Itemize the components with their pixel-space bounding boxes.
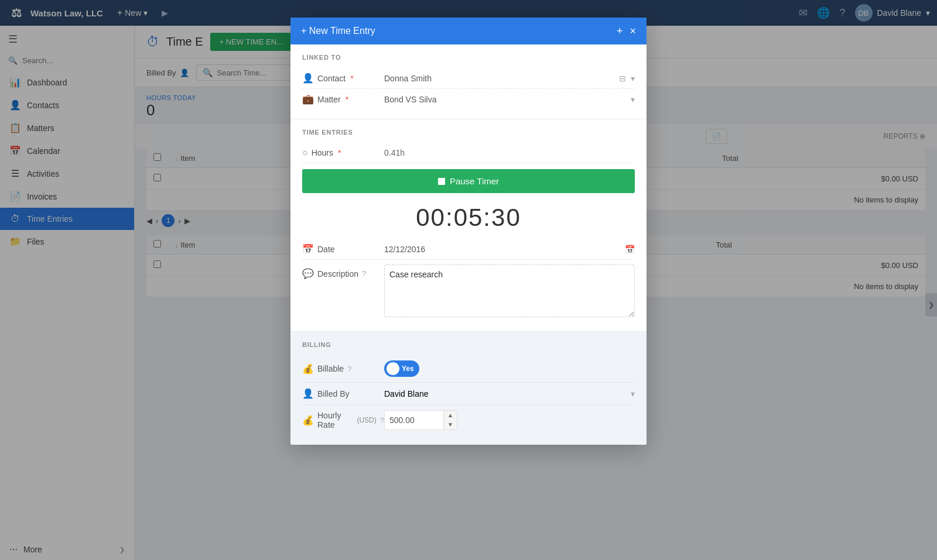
- modal-expand-button[interactable]: +: [617, 26, 623, 36]
- date-row: 📅 Date 📅: [302, 239, 635, 260]
- chevron-down-icon[interactable]: ▾: [631, 95, 635, 104]
- linked-to-title: LINKED TO: [302, 54, 635, 61]
- calendar-picker-icon[interactable]: 📅: [625, 245, 635, 254]
- hourly-rate-help-icon[interactable]: ?: [380, 416, 384, 425]
- hourly-rate-label: 💰 Hourly Rate (USD) ?: [302, 411, 384, 430]
- contact-value[interactable]: Donna Smith ⊟ ▾: [384, 74, 635, 83]
- modal-title: + New Time Entry: [301, 26, 612, 36]
- usd-label: (USD): [357, 416, 376, 424]
- required-marker: *: [346, 95, 348, 104]
- briefcase-icon: 💼: [302, 94, 314, 105]
- chat-icon: 💬: [302, 268, 314, 279]
- matter-value[interactable]: Bond VS Silva ▾: [384, 95, 635, 104]
- billing-title: BILLING: [302, 341, 635, 348]
- required-marker: *: [338, 148, 341, 157]
- billed-by-label: 👤 Billed By: [302, 388, 384, 399]
- description-help-icon[interactable]: ?: [362, 269, 366, 278]
- person-icon: 👤: [302, 388, 314, 399]
- matter-label: 💼 Matter *: [302, 94, 384, 105]
- modal-header-actions: + ×: [617, 26, 636, 36]
- modal-close-button[interactable]: ×: [630, 26, 636, 36]
- date-field[interactable]: 📅: [384, 245, 635, 254]
- billed-by-dropdown[interactable]: David Blane ▾: [384, 389, 635, 398]
- new-time-entry-modal: + New Time Entry + × LINKED TO 👤 Contact…: [290, 18, 647, 445]
- modal-body: LINKED TO 👤 Contact * Donna Smith ⊟ ▾: [290, 44, 647, 445]
- calendar-icon: 📅: [302, 243, 314, 255]
- hours-value-cell: 0.41h: [384, 148, 635, 157]
- billing-section: BILLING 💰 Billable ? Yes 👤: [290, 332, 647, 445]
- toggle-label: Yes: [402, 365, 414, 373]
- toggle-knob: [387, 362, 399, 375]
- description-row: 💬 Description ? Case research: [302, 260, 635, 322]
- time-entries-section: TIME ENTRIES ○ Hours * 0.41h Pause Timer…: [290, 119, 647, 332]
- hours-label: ○ Hours *: [302, 147, 384, 158]
- billable-row: 💰 Billable ? Yes: [302, 355, 635, 383]
- linked-to-section: LINKED TO 👤 Contact * Donna Smith ⊟ ▾: [290, 44, 647, 119]
- chevron-down-icon[interactable]: ▾: [631, 389, 635, 398]
- rate-spinners: ▲ ▼: [443, 411, 457, 430]
- billable-toggle[interactable]: Yes: [384, 360, 635, 377]
- hours-row: ○ Hours * 0.41h: [302, 143, 635, 163]
- billed-by-row: 👤 Billed By David Blane ▾: [302, 383, 635, 405]
- hours-value: 0.41h: [384, 148, 405, 157]
- billable-label: 💰 Billable ?: [302, 363, 384, 375]
- dollar-icon: 💰: [302, 363, 314, 375]
- hourly-rate-input-wrap: ▲ ▼: [384, 410, 457, 430]
- clock-icon: ○: [302, 147, 308, 158]
- contact-label: 👤 Contact *: [302, 73, 384, 84]
- date-label: 📅 Date: [302, 243, 384, 255]
- description-label: 💬 Description ?: [302, 264, 384, 279]
- pause-timer-button[interactable]: Pause Timer: [302, 169, 635, 193]
- rate-increase-button[interactable]: ▲: [444, 411, 457, 420]
- person-icon: 👤: [302, 73, 314, 84]
- hourly-rate-field: ▲ ▼: [384, 410, 635, 430]
- matter-row: 💼 Matter * Bond VS Silva ▾: [302, 89, 635, 109]
- contact-row: 👤 Contact * Donna Smith ⊟ ▾: [302, 68, 635, 89]
- hourly-rate-row: 💰 Hourly Rate (USD) ? ▲ ▼: [302, 405, 635, 435]
- yes-no-toggle[interactable]: Yes: [384, 360, 419, 377]
- hourly-rate-input[interactable]: [385, 413, 443, 428]
- contact-detail-icon[interactable]: ⊟: [619, 74, 626, 83]
- timer-display: 00:05:30: [302, 199, 635, 239]
- description-textarea[interactable]: Case research: [384, 264, 635, 317]
- time-entries-title: TIME ENTRIES: [302, 129, 635, 136]
- rate-decrease-button[interactable]: ▼: [444, 420, 457, 430]
- billable-help-icon[interactable]: ?: [347, 365, 351, 373]
- date-input[interactable]: [384, 245, 487, 254]
- required-marker: *: [350, 74, 353, 83]
- modal-header: + New Time Entry + ×: [290, 18, 647, 44]
- rate-icon: 💰: [302, 415, 314, 426]
- chevron-down-icon[interactable]: ▾: [631, 74, 635, 83]
- stop-icon: [438, 178, 445, 185]
